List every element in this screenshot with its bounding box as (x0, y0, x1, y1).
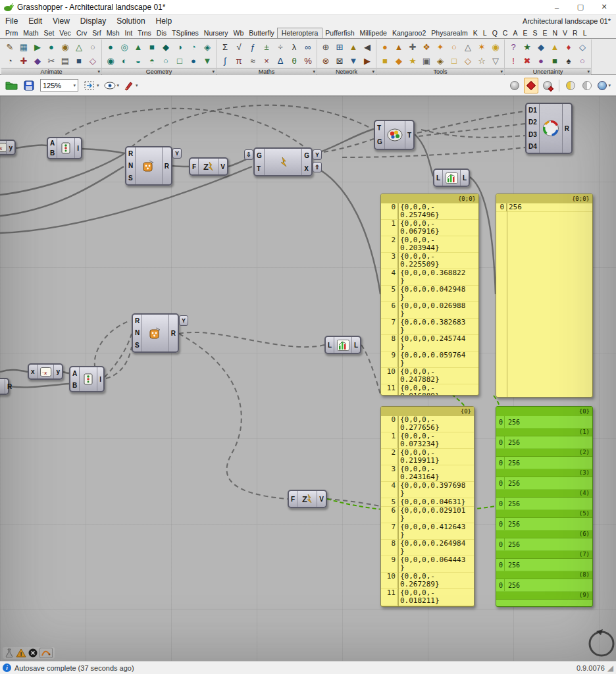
input-s[interactable]: S (135, 342, 140, 349)
tab-msh[interactable]: Msh (104, 28, 122, 38)
wire[interactable] (342, 147, 525, 157)
tab-int[interactable]: Int (122, 28, 135, 38)
menu-display[interactable]: Display (75, 16, 111, 26)
canvas-settings-button[interactable]: ▾ (596, 78, 612, 93)
input-d2[interactable]: D2 (528, 118, 537, 126)
input-n[interactable]: N (135, 329, 140, 336)
output-r[interactable]: R (7, 383, 12, 390)
component-expression-z-b[interactable]: FZV (288, 490, 327, 508)
component-gate-a[interactable]: ABI (47, 137, 82, 159)
component-icon[interactable]: ◀ (361, 40, 374, 53)
input-r[interactable]: R (135, 317, 140, 324)
tab-srf[interactable]: Srf (90, 28, 103, 38)
preview-button[interactable]: ▾ (103, 78, 121, 93)
component-random-a[interactable]: RNSRY (125, 146, 172, 186)
component-icon[interactable]: ♠ (562, 54, 575, 67)
tab-set[interactable]: Set (41, 28, 57, 38)
tab-l[interactable]: L (480, 28, 490, 38)
component-icon[interactable]: ▣ (420, 54, 433, 67)
tag-⇩[interactable]: ⇩ (244, 149, 253, 160)
wire[interactable] (313, 166, 380, 294)
tab-s[interactable]: S (530, 28, 540, 38)
component-icon[interactable]: ◎ (118, 40, 131, 53)
component-icon[interactable]: ± (260, 40, 273, 53)
component-icon[interactable]: ✚ (406, 40, 419, 53)
ribbon-group-label[interactable]: Maths▾ (217, 68, 317, 75)
tab-vec[interactable]: Vec (57, 28, 74, 38)
tab-heteroptera[interactable]: Heteroptera (277, 28, 322, 39)
component-icon[interactable]: ✦ (434, 40, 447, 53)
component-icon[interactable]: ◓ (145, 54, 159, 67)
input-s[interactable]: S (128, 174, 133, 182)
tab-nursery[interactable]: Nursery (201, 28, 231, 38)
component-expression-z-a[interactable]: FZV (189, 157, 228, 176)
input-n[interactable]: N (128, 162, 133, 169)
ribbon-group-label[interactable]: Animate▾ (1, 68, 101, 75)
component-icon[interactable]: ◈ (434, 54, 447, 67)
component-render[interactable]: D1D2D3D4R (525, 103, 573, 154)
component-icon[interactable]: ⊞ (333, 40, 346, 53)
tab-tsplines[interactable]: TSplines (169, 28, 201, 38)
zoom-select[interactable]: 125%▾ (40, 79, 78, 91)
wire[interactable] (451, 394, 465, 406)
tab-pufferfish[interactable]: Pufferfish (322, 28, 357, 38)
output-l[interactable]: L (463, 174, 467, 182)
resize-grip[interactable]: ◢ (607, 663, 613, 673)
input-l[interactable]: L (436, 174, 440, 182)
component-icon[interactable]: ∫ (218, 54, 232, 67)
sketch-tool-button[interactable] (39, 648, 53, 658)
output-t[interactable]: T (407, 132, 411, 139)
wire[interactable] (63, 372, 69, 373)
tab-prm[interactable]: Prm (3, 28, 20, 38)
menu-file[interactable]: File (0, 16, 23, 26)
paint-button[interactable]: ▾ (122, 78, 140, 93)
component-icon[interactable]: ◈ (201, 40, 214, 53)
warning-icon[interactable]: ! (16, 648, 26, 658)
tab-dis[interactable]: Dis (154, 28, 169, 38)
panel-values-b[interactable]: {0}0{0,0,0,-​0.277656}1{0,0,0,-​0.073234… (380, 406, 475, 607)
panel-values-a[interactable]: {0;0}0{0,0,0,-​0.257496}1{0,0,0,-​0.0679… (380, 194, 479, 396)
component-icon[interactable]: ◆ (31, 54, 44, 67)
ribbon-group-label[interactable]: Tools▾ (376, 68, 504, 75)
tab-c[interactable]: C (500, 28, 511, 38)
preview-shaded-button[interactable] (540, 78, 555, 93)
output-r[interactable]: R (171, 330, 176, 337)
tab-k[interactable]: K (471, 28, 480, 38)
wire[interactable] (106, 347, 132, 378)
wire[interactable] (9, 384, 69, 387)
tag-Y[interactable]: Y (172, 148, 182, 159)
component-icon[interactable]: ÷ (274, 40, 287, 53)
component-icon[interactable]: ▦ (17, 40, 30, 53)
wire[interactable] (179, 332, 324, 347)
component-expression-xy[interactable]: x-xy (28, 363, 63, 380)
compass-widget[interactable] (583, 625, 616, 660)
component-icon[interactable]: ⊗ (319, 54, 332, 67)
tab-l[interactable]: L (580, 28, 590, 38)
draw-selected-button[interactable] (563, 78, 578, 93)
canvas[interactable]: ! -xyABIRNSRYFZVGTGXY⇧⇩TGTD1D2D3D4RLLRNS… (0, 96, 616, 661)
component-icon[interactable]: ▲ (548, 40, 561, 53)
tab-wb[interactable]: Wb (231, 28, 247, 38)
component-icon[interactable]: ▽ (489, 54, 502, 67)
component-icon[interactable]: ▤ (59, 54, 72, 67)
panel-green[interactable]: {0}0256(1)0256(2)0256(3)0256(4)0256(5)02… (496, 406, 593, 607)
component-icon[interactable]: ◑ (173, 40, 186, 53)
component-icon[interactable]: ▼ (347, 54, 360, 67)
component-icon[interactable]: × (260, 54, 273, 67)
input-g[interactable]: G (257, 152, 262, 159)
component-icon[interactable]: ◉ (489, 40, 502, 53)
component-list-a[interactable]: LL (433, 168, 470, 187)
component-icon[interactable]: ◆ (159, 40, 172, 53)
component-icon[interactable]: ∞ (301, 40, 315, 53)
input-x[interactable]: x (31, 368, 35, 375)
tab-n[interactable]: N (550, 28, 560, 38)
component-icon[interactable]: ◔ (187, 40, 200, 53)
wire[interactable] (417, 111, 525, 133)
menu-help[interactable]: Help (151, 16, 178, 26)
input-f[interactable]: F (192, 163, 196, 170)
output-l[interactable]: L (354, 342, 358, 349)
component-icon[interactable]: ● (104, 40, 117, 53)
tab-trns[interactable]: Trns (135, 28, 154, 38)
component-icon[interactable]: √ (232, 40, 245, 53)
save-file-button[interactable] (22, 78, 36, 93)
